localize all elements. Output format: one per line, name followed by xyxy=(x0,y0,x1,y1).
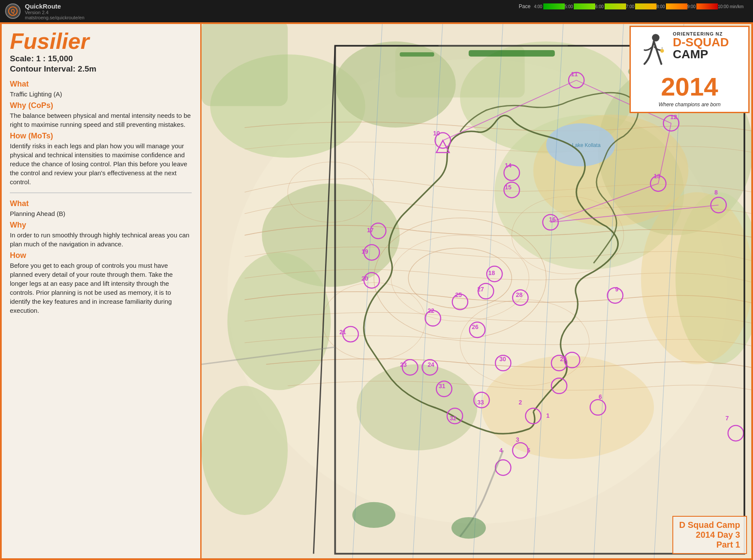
divider xyxy=(10,192,192,193)
app-title-block: QuickRoute Version 2.4 matstroeng.se/qui… xyxy=(25,3,84,20)
section2-what-label: What xyxy=(10,199,192,208)
section1-what-text: Traffic Lighting (A) xyxy=(10,90,192,99)
svg-rect-79 xyxy=(400,52,434,57)
svg-point-82 xyxy=(452,517,486,539)
pace-label: Pace xyxy=(519,3,530,9)
map-contour: Contour Interval: 2.5m xyxy=(10,64,192,74)
pace-seg-2 xyxy=(574,3,595,9)
map-scale: Scale: 1 : 15,000 xyxy=(10,54,192,63)
pace-seg-1 xyxy=(543,3,565,9)
section1-what-label: What xyxy=(10,80,192,89)
logo-camp: Camp xyxy=(673,48,744,60)
section1-why-text: The balance between physical and mental … xyxy=(10,111,192,129)
titlebar: Q QuickRoute Version 2.4 matstroeng.se/q… xyxy=(0,0,753,22)
brl-line1: D Squad Camp xyxy=(679,520,740,530)
pace-seg-4 xyxy=(635,3,657,9)
pace-seg-6 xyxy=(696,3,718,9)
pace-bar: Pace 4:00 5:00 6:00 7:00 8:00 9:00 10:00… xyxy=(519,3,744,9)
svg-point-8 xyxy=(227,252,331,390)
section2-how-label: How xyxy=(10,251,192,260)
brl-line3: Part 1 xyxy=(679,540,740,550)
logo-text-block: Orienteering NZ D-Squad Camp xyxy=(673,31,744,60)
svg-point-12 xyxy=(357,364,477,450)
logo-year: 2014 xyxy=(635,74,744,100)
pace-tick-4: 7:00 xyxy=(626,4,634,9)
section2-why-text: In order to run smoothly through highly … xyxy=(10,231,192,249)
pace-tick-1: 4:00 xyxy=(534,4,542,9)
section1-why-label: Why (CoPs) xyxy=(10,101,192,110)
map-area: Lake Kollata xyxy=(202,22,753,560)
section2-how-text: Before you get to each group of controls… xyxy=(10,261,192,315)
logo-athlete xyxy=(635,31,669,74)
svg-point-24 xyxy=(641,192,753,364)
left-panel: Fusilier Scale: 1 : 15,000 Contour Inter… xyxy=(0,22,202,560)
svg-point-84 xyxy=(660,49,664,53)
svg-point-83 xyxy=(652,34,660,42)
svg-point-25 xyxy=(482,356,654,459)
bottom-right-label: D Squad Camp 2014 Day 3 Part 1 xyxy=(672,516,747,554)
brl-line2: 2014 Day 3 xyxy=(679,530,740,540)
logo-overlay: Orienteering NZ D-Squad Camp 2014 Where … xyxy=(630,26,750,113)
app-version: Version 2.4 xyxy=(25,10,84,15)
svg-text:Q: Q xyxy=(11,8,15,14)
pace-seg-3 xyxy=(605,3,626,9)
map-title: Fusilier xyxy=(10,30,192,52)
app-logo: Q xyxy=(5,3,21,19)
section1-how-label: How (MoTs) xyxy=(10,132,192,141)
app-name: QuickRoute xyxy=(25,3,84,10)
svg-point-13 xyxy=(202,386,288,515)
pace-seg-5 xyxy=(666,3,687,9)
pace-tick-3: 6:00 xyxy=(595,4,603,9)
section2-why-label: Why xyxy=(10,221,192,230)
svg-point-81 xyxy=(352,502,395,528)
pace-tick-2: 5:00 xyxy=(565,4,573,9)
main-content: Fusilier Scale: 1 : 15,000 Contour Inter… xyxy=(0,22,753,560)
app-url: matstroeng.se/quickroute/en xyxy=(25,15,84,20)
pace-tick-5: 8:00 xyxy=(657,4,665,9)
svg-rect-14 xyxy=(202,22,288,106)
pace-tick-7: 10:00 min/km xyxy=(718,4,744,9)
section2-what-text: Planning Ahead (B) xyxy=(10,209,192,218)
svg-text:Lake Kollata: Lake Kollata xyxy=(572,142,601,148)
section1-how-text: Identify risks in each legs and plan how… xyxy=(10,141,192,186)
logo-tagline: Where champions are born xyxy=(635,102,744,108)
pace-tick-6: 9:00 xyxy=(687,4,696,9)
logo-dsquad: D-Squad xyxy=(673,36,744,48)
svg-rect-78 xyxy=(469,50,555,57)
